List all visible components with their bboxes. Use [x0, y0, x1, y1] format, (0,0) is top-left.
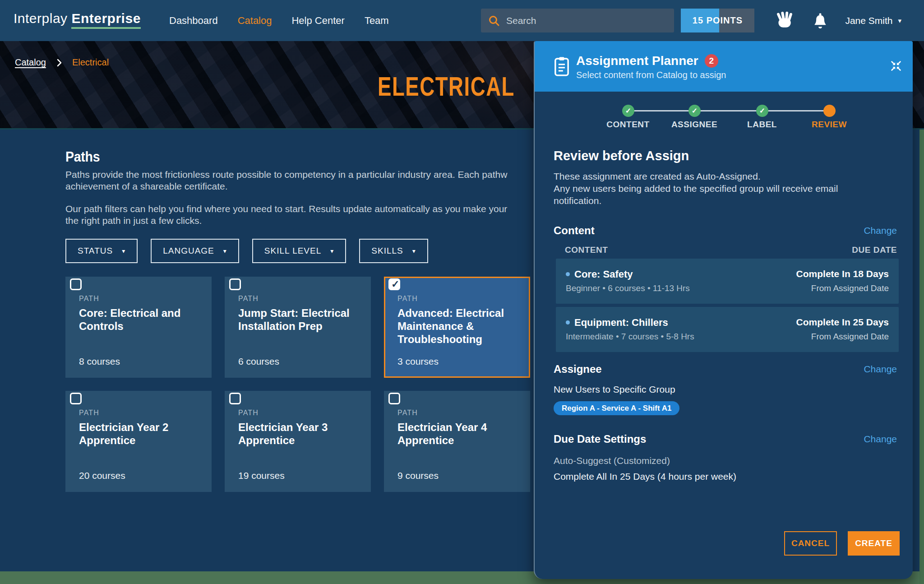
- path-checkbox-checked[interactable]: [388, 278, 400, 290]
- content-row-due: Complete In 18 Days: [796, 269, 889, 279]
- chevron-right-icon: [56, 58, 62, 67]
- brand-logo[interactable]: Interplay Enterprise: [14, 11, 141, 26]
- content-row-title: Core: Safety: [566, 269, 633, 280]
- paths-description-1-line2: achievement of a shareable certificate.: [65, 181, 533, 192]
- stepper-connector-line: [628, 110, 829, 111]
- nav-item-dashboard[interactable]: Dashboard: [169, 15, 218, 27]
- chevron-down-icon: ▾: [330, 247, 334, 255]
- path-card-title: Jump Start: Electrical Installation Prep: [238, 306, 361, 333]
- user-menu[interactable]: Jane Smith ▾: [845, 15, 901, 26]
- notifications-button[interactable]: [810, 10, 831, 31]
- check-icon: ✓: [692, 107, 698, 115]
- content-row[interactable]: Core: Safety Beginner • 6 courses • 11-1…: [556, 259, 899, 304]
- filter-status-label: STATUS: [78, 246, 113, 256]
- content-change-link[interactable]: Change: [864, 225, 897, 236]
- due-date-mode: Auto-Suggest (Customized): [554, 455, 670, 466]
- paths-description-1-line1: Paths provide the most frictionless rout…: [65, 169, 533, 181]
- step-dot-assignee[interactable]: ✓: [688, 105, 701, 117]
- content-row-title-text: Core: Safety: [574, 269, 633, 280]
- search-icon: [488, 15, 500, 27]
- app-window: Interplay Enterprise Dashboard Catalog H…: [0, 0, 924, 584]
- step-dot-label[interactable]: ✓: [756, 105, 768, 117]
- path-checkbox[interactable]: [388, 393, 400, 404]
- path-card-tag: PATH: [397, 409, 418, 417]
- path-checkbox[interactable]: [70, 393, 82, 404]
- brand-logo-left: Interplay: [14, 11, 68, 26]
- path-card-tag: PATH: [397, 295, 418, 303]
- path-card-title: Electrician Year 2 Apprentice: [79, 421, 202, 447]
- path-card[interactable]: PATH Advanced: Electrical Maintenance & …: [384, 277, 530, 378]
- filter-skill-level-label: SKILL LEVEL: [264, 246, 321, 256]
- planner-title-text: Assignment Planner: [576, 54, 698, 68]
- path-checkbox[interactable]: [70, 278, 82, 290]
- top-navigation-bar: Interplay Enterprise Dashboard Catalog H…: [0, 0, 924, 41]
- content-row[interactable]: Equipment: Chillers Intermediate • 7 cou…: [556, 307, 899, 352]
- planner-title: Assignment Planner2: [576, 54, 718, 68]
- content-row-title: Equipment: Chillers: [566, 317, 668, 329]
- step-label-content[interactable]: CONTENT: [592, 120, 664, 130]
- path-card[interactable]: PATH Electrician Year 2 Apprentice 20 co…: [65, 391, 212, 492]
- path-filters: STATUS▾ LANGUAGE▾ SKILL LEVEL▾ SKILLS▾: [65, 239, 428, 263]
- due-date-column-header: DUE DATE: [852, 245, 897, 255]
- content-row-meta: Intermediate • 7 courses • 5-8 Hrs: [566, 332, 694, 342]
- step-label-assignee[interactable]: ASSIGNEE: [658, 120, 730, 130]
- points-badge[interactable]: 15 POINTS: [681, 9, 754, 32]
- nav-item-team[interactable]: Team: [365, 15, 389, 27]
- path-card-courses: 19 courses: [238, 470, 285, 481]
- collapse-panel-icon[interactable]: [889, 59, 903, 73]
- topbar-right-cluster: Jane Smith ▾: [775, 0, 901, 41]
- paths-description-2: Our path filters can help you find where…: [65, 203, 533, 227]
- path-card-tag: PATH: [79, 295, 99, 303]
- filter-skills-label: SKILLS: [371, 246, 403, 256]
- step-label-review[interactable]: REVIEW: [793, 120, 865, 130]
- assignee-group-pill: Region A - Service A - Shift A1: [554, 401, 679, 415]
- path-card[interactable]: PATH Jump Start: Electrical Installation…: [225, 277, 371, 378]
- path-card-title: Advanced: Electrical Maintenance & Troub…: [397, 306, 519, 346]
- step-dot-review[interactable]: ✓: [823, 105, 836, 117]
- assignee-change-link[interactable]: Change: [864, 364, 897, 375]
- content-row-meta: Beginner • 6 courses • 11-13 Hrs: [566, 283, 690, 293]
- planner-subtitle: Select content from Catalog to assign: [576, 70, 726, 80]
- content-row-due-sub: From Assigned Date: [811, 332, 889, 342]
- assignment-planner-panel: Assignment Planner2 Select content from …: [534, 41, 913, 579]
- path-card-tag: PATH: [238, 295, 259, 303]
- breadcrumb-catalog-link[interactable]: Catalog: [15, 57, 46, 68]
- filter-skill-level-dropdown[interactable]: SKILL LEVEL▾: [252, 239, 346, 263]
- nav-item-catalog[interactable]: Catalog: [238, 15, 272, 27]
- path-card-title: Electrician Year 3 Apprentice: [238, 421, 361, 447]
- wave-hand-icon: [775, 11, 795, 31]
- breadcrumb: Catalog Electrical: [15, 57, 109, 68]
- content-dot-icon: [566, 272, 570, 276]
- content-row-title-text: Equipment: Chillers: [574, 317, 668, 328]
- path-checkbox[interactable]: [229, 393, 241, 404]
- step-dot-content[interactable]: ✓: [622, 105, 634, 117]
- clipboard-icon: [554, 56, 569, 76]
- chevron-down-icon: ▾: [223, 247, 227, 255]
- path-card[interactable]: PATH Electrician Year 4 Apprentice 9 cou…: [384, 391, 530, 492]
- filter-skills-dropdown[interactable]: SKILLS▾: [359, 239, 428, 263]
- due-date-section-heading: Due Date Settings: [554, 433, 646, 445]
- hero-title: ELECTRICAL: [378, 71, 515, 102]
- path-card[interactable]: PATH Core: Electrical and Controls 8 cou…: [65, 277, 212, 378]
- filter-status-dropdown[interactable]: STATUS▾: [65, 239, 138, 263]
- paths-description-2-line2: the right path in just a few clicks.: [65, 215, 533, 227]
- content-row-due-sub: From Assigned Date: [811, 283, 889, 293]
- due-date-change-link[interactable]: Change: [864, 434, 897, 445]
- user-name: Jane Smith: [845, 15, 892, 26]
- assignee-mode: New Users to Specific Group: [554, 384, 675, 395]
- paths-heading: Paths: [65, 149, 100, 165]
- path-card-tag: PATH: [238, 409, 259, 417]
- step-label-label[interactable]: LABEL: [726, 120, 798, 130]
- create-button[interactable]: CREATE: [848, 531, 900, 556]
- path-checkbox[interactable]: [229, 278, 241, 290]
- search-input[interactable]: [506, 15, 667, 26]
- wave-hand-button[interactable]: [775, 10, 795, 31]
- filter-language-dropdown[interactable]: LANGUAGE▾: [151, 239, 239, 263]
- cancel-button[interactable]: CANCEL: [784, 531, 837, 556]
- path-card[interactable]: PATH Electrician Year 3 Apprentice 19 co…: [225, 391, 371, 492]
- path-card-title: Core: Electrical and Controls: [79, 306, 202, 333]
- search-box[interactable]: [481, 9, 674, 32]
- nav-item-help-center[interactable]: Help Center: [291, 15, 344, 27]
- chevron-down-icon: ▾: [898, 17, 901, 25]
- path-card-tag: PATH: [79, 409, 99, 417]
